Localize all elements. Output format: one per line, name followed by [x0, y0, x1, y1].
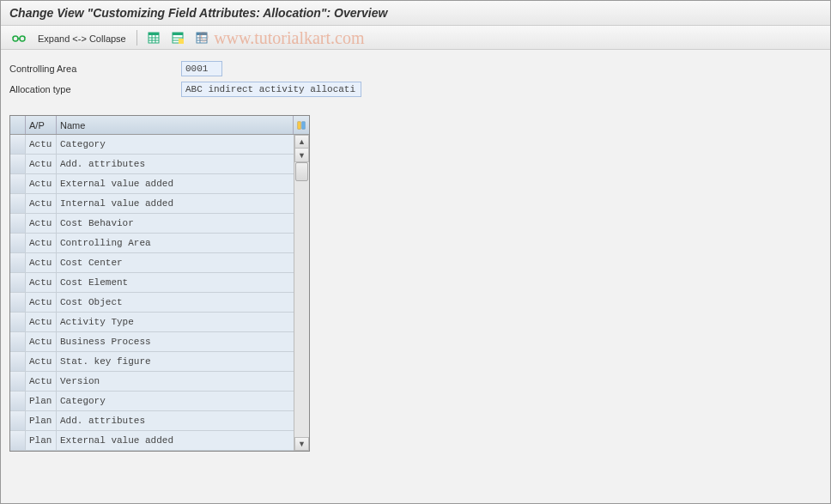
cell-name: Stat. key figure	[57, 352, 295, 371]
row-selector[interactable]	[10, 234, 26, 252]
cell-name: Business Process	[57, 332, 295, 351]
content-area: Controlling Area Allocation type A/P Nam…	[1, 50, 830, 462]
cell-name: Cost Behavior	[57, 214, 295, 233]
cell-name: Internal value added	[57, 194, 295, 213]
svg-rect-18	[298, 121, 300, 128]
cell-name: Version	[57, 372, 295, 391]
table-row[interactable]: ActuControlling Area	[10, 234, 295, 253]
cell-ap: Plan	[26, 392, 57, 410]
cell-ap: Actu	[26, 372, 57, 391]
svg-rect-9	[173, 33, 183, 35]
row-selector[interactable]	[10, 313, 26, 331]
row-selector[interactable]	[10, 155, 26, 173]
row-selector[interactable]	[10, 411, 26, 430]
scroll-down-icon[interactable]: ▼	[294, 149, 309, 162]
svg-rect-19	[302, 121, 305, 128]
cell-name: External value added	[57, 174, 295, 193]
cell-ap: Actu	[26, 293, 57, 312]
cell-name: Add. attributes	[57, 411, 295, 430]
row-selector[interactable]	[10, 214, 26, 233]
table-row[interactable]: ActuCost Object	[10, 293, 295, 313]
cell-ap: Actu	[26, 135, 57, 154]
cell-ap: Actu	[26, 313, 57, 331]
table-row[interactable]: PlanExternal value added	[10, 431, 295, 451]
table-header: A/P Name	[10, 116, 309, 135]
toolbar: Expand <-> Collapse	[1, 26, 830, 50]
table-config-icon[interactable]	[294, 116, 309, 134]
scroll-track[interactable]	[294, 162, 309, 437]
cell-name: Cost Element	[57, 273, 295, 292]
table-row[interactable]: ActuBusiness Process	[10, 332, 295, 352]
table-row[interactable]: PlanCategory	[10, 392, 295, 411]
row-selector[interactable]	[10, 273, 26, 292]
scroll-up-icon[interactable]: ▲	[294, 135, 309, 149]
cell-name: Add. attributes	[57, 155, 295, 173]
table-row[interactable]: ActuInternal value added	[10, 194, 295, 214]
row-selector[interactable]	[10, 332, 26, 351]
table-green-icon[interactable]	[143, 29, 164, 46]
column-selector[interactable]	[10, 116, 26, 134]
scroll-bottom-icon[interactable]: ▼	[294, 437, 309, 451]
glasses-icon[interactable]	[8, 29, 30, 46]
column-name[interactable]: Name	[57, 116, 294, 134]
table-row[interactable]: ActuCost Behavior	[10, 214, 295, 234]
svg-rect-3	[149, 33, 159, 35]
svg-rect-14	[197, 33, 207, 35]
table-row[interactable]: ActuAdd. attributes	[10, 155, 295, 174]
table-body: ActuCategoryActuAdd. attributesActuExter…	[10, 135, 309, 451]
cell-ap: Actu	[26, 155, 57, 173]
table-row[interactable]: ActuCost Center	[10, 253, 295, 273]
table-row[interactable]: ActuCost Element	[10, 273, 295, 293]
cell-name: Category	[57, 135, 295, 154]
row-selector[interactable]	[10, 392, 26, 410]
row-selector[interactable]	[10, 174, 26, 193]
column-ap[interactable]: A/P	[26, 116, 57, 134]
cell-ap: Actu	[26, 194, 57, 213]
table-yellow-icon[interactable]	[167, 29, 188, 46]
svg-rect-12	[179, 39, 184, 44]
expand-collapse-button[interactable]: Expand <-> Collapse	[33, 29, 130, 46]
row-selector[interactable]	[10, 352, 26, 371]
field-row-controlling-area: Controlling Area	[9, 60, 822, 77]
allocation-type-input[interactable]	[181, 82, 361, 97]
row-selector[interactable]	[10, 135, 26, 154]
scroll-thumb[interactable]	[295, 162, 308, 181]
cell-name: Cost Center	[57, 253, 295, 272]
vertical-scrollbar[interactable]: ▲ ▼ ▼	[294, 135, 309, 451]
field-row-allocation-type: Allocation type	[9, 81, 822, 98]
controlling-area-label: Controlling Area	[9, 64, 181, 74]
cell-ap: Actu	[26, 174, 57, 193]
table-row[interactable]: ActuCategory	[10, 135, 295, 155]
row-selector[interactable]	[10, 372, 26, 391]
table-row[interactable]: ActuStat. key figure	[10, 352, 295, 372]
row-selector[interactable]	[10, 253, 26, 272]
attributes-table: A/P Name ActuCategoryActuAdd. attributes…	[9, 115, 310, 452]
cell-name: Activity Type	[57, 313, 295, 331]
cell-ap: Actu	[26, 273, 57, 292]
page-title: Change View "Customizing Field Attribute…	[1, 1, 830, 26]
cell-name: Controlling Area	[57, 234, 295, 252]
row-selector[interactable]	[10, 431, 26, 450]
cell-ap: Plan	[26, 431, 57, 450]
row-selector[interactable]	[10, 293, 26, 312]
cell-ap: Actu	[26, 253, 57, 272]
table-row[interactable]: ActuActivity Type	[10, 313, 295, 332]
table-blue-icon[interactable]	[191, 29, 212, 46]
cell-ap: Plan	[26, 411, 57, 430]
cell-ap: Actu	[26, 214, 57, 233]
table-row[interactable]: ActuVersion	[10, 372, 295, 392]
allocation-type-label: Allocation type	[9, 84, 181, 94]
cell-name: Category	[57, 392, 295, 410]
cell-ap: Actu	[26, 332, 57, 351]
table-row[interactable]: PlanAdd. attributes	[10, 411, 295, 431]
cell-name: Cost Object	[57, 293, 295, 312]
cell-ap: Actu	[26, 234, 57, 252]
toolbar-separator	[136, 30, 137, 46]
cell-ap: Actu	[26, 352, 57, 371]
controlling-area-input[interactable]	[181, 61, 222, 76]
table-row[interactable]: ActuExternal value added	[10, 174, 295, 194]
row-selector[interactable]	[10, 194, 26, 213]
cell-name: External value added	[57, 431, 295, 450]
